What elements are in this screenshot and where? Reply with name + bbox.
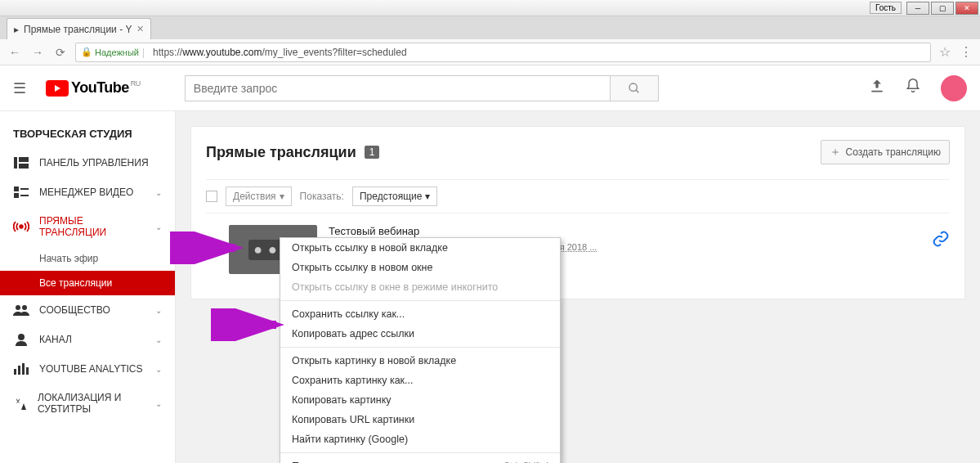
link-icon[interactable]	[932, 225, 950, 252]
sidebar-item-label: СООБЩЕСТВО	[39, 304, 110, 316]
sidebar-sub-all-streams[interactable]: Все трансляции	[0, 271, 175, 295]
list-toolbar: Действия▾ Показать: Предстоящие▾	[206, 179, 950, 214]
annotation-arrow-2	[211, 308, 284, 341]
sidebar-item-label: МЕНЕДЖЕР ВИДЕО	[39, 187, 133, 198]
chevron-down-icon: ⌄	[155, 306, 162, 315]
chevron-down-icon: ⌄	[155, 223, 162, 232]
page-title: Прямые трансляции	[206, 144, 356, 161]
sidebar-item-label: ПРЯМЫЕ ТРАНСЛЯЦИИ	[39, 215, 145, 238]
svg-point-9	[20, 225, 23, 228]
sidebar-item-analytics[interactable]: YOUTUBE ANALYTICS ⌄	[0, 354, 175, 384]
analytics-icon	[13, 362, 29, 375]
youtube-logo[interactable]: YouTube RU	[46, 79, 139, 97]
ctx-inspect[interactable]: Просмотреть код Ctrl+Shift+I	[280, 456, 560, 463]
translate-icon	[13, 397, 28, 410]
guest-label[interactable]: Гость	[870, 2, 902, 14]
sidebar-sub-start-stream[interactable]: Начать эфир	[0, 246, 175, 271]
menu-dots-icon[interactable]: ⋮	[959, 44, 973, 60]
avatar[interactable]	[941, 75, 967, 101]
ctx-copy-image-url[interactable]: Копировать URL картинки	[280, 410, 560, 429]
minimize-button[interactable]: ─	[906, 2, 929, 15]
sidebar-item-localization[interactable]: ЛОКАЛИЗАЦИЯ И СУБТИТРЫ ⌄	[0, 384, 175, 424]
chevron-down-icon: ⌄	[155, 399, 162, 408]
star-icon[interactable]: ☆	[937, 44, 952, 60]
filter-dropdown[interactable]: Предстоящие▾	[352, 187, 438, 206]
sidebar-item-label: КАНАЛ	[39, 334, 72, 345]
sidebar-title: ТВОРЧЕСКАЯ СТУДИЯ	[0, 119, 175, 148]
ctx-find-image[interactable]: Найти картинку (Google)	[280, 429, 560, 449]
video-manager-icon	[13, 186, 29, 199]
show-label: Показать:	[300, 191, 344, 202]
search-icon	[628, 82, 641, 95]
sidebar-item-channel[interactable]: КАНАЛ ⌄	[0, 325, 175, 354]
close-window-button[interactable]: ✕	[955, 2, 978, 15]
search-form	[185, 75, 659, 101]
actions-dropdown[interactable]: Действия▾	[226, 187, 292, 206]
caret-down-icon: ▾	[425, 191, 430, 202]
notifications-icon[interactable]	[905, 78, 921, 98]
sidebar-item-label: ЛОКАЛИЗАЦИЯ И СУБТИТРЫ	[38, 392, 145, 416]
chevron-down-icon: ⌄	[155, 188, 162, 197]
ctx-open-new-window[interactable]: Открыть ссылку в новом окне	[280, 258, 560, 277]
ctx-open-new-tab[interactable]: Открыть ссылку в новой вкладке	[280, 238, 560, 258]
sidebar-item-community[interactable]: СООБЩЕСТВО ⌄	[0, 295, 175, 325]
browser-tab-bar: ▸ Прямые трансляции - Y ✕	[0, 16, 980, 39]
youtube-header: ☰ YouTube RU	[0, 65, 980, 111]
svg-rect-15	[22, 363, 25, 375]
svg-line-1	[636, 90, 638, 92]
search-button[interactable]	[610, 75, 659, 101]
tab-close-icon[interactable]: ✕	[136, 24, 144, 34]
hamburger-icon[interactable]: ☰	[13, 79, 33, 97]
sidebar-item-label: ПАНЕЛЬ УПРАВЛЕНИЯ	[39, 157, 149, 169]
svg-point-12	[18, 334, 25, 340]
svg-point-0	[629, 83, 637, 91]
tab-title: Прямые трансляции - Y	[24, 24, 132, 35]
tab-favicon: ▸	[14, 24, 19, 35]
svg-point-10	[16, 305, 20, 310]
chevron-down-icon: ⌄	[155, 335, 162, 344]
search-input[interactable]	[185, 75, 610, 101]
ctx-copy-image[interactable]: Копировать картинку	[280, 390, 560, 410]
select-all-checkbox[interactable]	[206, 191, 217, 202]
chevron-down-icon: ⌄	[155, 365, 162, 374]
sidebar-item-live[interactable]: ПРЯМЫЕ ТРАНСЛЯЦИИ ⌄	[0, 207, 175, 246]
ctx-separator	[280, 300, 560, 301]
svg-rect-16	[26, 367, 29, 375]
svg-rect-8	[20, 195, 29, 196]
secure-badge: 🔒 Надежный	[81, 47, 139, 57]
channel-icon	[13, 333, 29, 346]
address-bar: ← → ⟳ 🔒 Надежный | https://www.youtube.c…	[0, 39, 980, 65]
back-button[interactable]: ←	[7, 44, 23, 61]
video-title[interactable]: Тестовый вебинар	[329, 225, 920, 237]
count-badge: 1	[365, 146, 380, 159]
svg-rect-3	[19, 157, 29, 162]
svg-rect-5	[14, 187, 19, 191]
ctx-copy-link-address[interactable]: Копировать адрес ссылки	[280, 324, 560, 344]
ctx-open-image-tab[interactable]: Открыть картинку в новой вкладке	[280, 351, 560, 371]
svg-rect-14	[18, 366, 20, 375]
browser-tab[interactable]: ▸ Прямые трансляции - Y ✕	[7, 18, 151, 39]
lock-icon: 🔒	[81, 47, 92, 57]
sidebar-item-label: YOUTUBE ANALYTICS	[39, 363, 142, 375]
sidebar: ТВОРЧЕСКАЯ СТУДИЯ ПАНЕЛЬ УПРАВЛЕНИЯ МЕНЕ…	[0, 111, 176, 463]
ctx-save-link-as[interactable]: Сохранить ссылку как...	[280, 304, 560, 324]
create-stream-button[interactable]: ＋ Создать трансляцию	[821, 140, 950, 164]
ctx-separator	[280, 347, 560, 348]
sidebar-item-dashboard[interactable]: ПАНЕЛЬ УПРАВЛЕНИЯ	[0, 148, 175, 178]
ctx-save-image-as[interactable]: Сохранить картинку как...	[280, 371, 560, 390]
upload-icon[interactable]	[869, 78, 885, 98]
svg-point-11	[22, 305, 27, 310]
plus-icon: ＋	[830, 145, 841, 160]
svg-rect-7	[14, 193, 19, 198]
forward-button[interactable]: →	[29, 44, 46, 61]
svg-rect-2	[14, 157, 17, 169]
community-icon	[13, 303, 29, 317]
svg-rect-13	[14, 369, 16, 375]
play-icon	[46, 80, 69, 97]
reload-button[interactable]: ⟳	[52, 44, 69, 61]
maximize-button[interactable]: ▢	[931, 2, 954, 15]
context-menu: Открыть ссылку в новой вкладке Открыть с…	[280, 237, 561, 463]
live-icon	[13, 220, 29, 233]
sidebar-item-video-manager[interactable]: МЕНЕДЖЕР ВИДЕО ⌄	[0, 178, 175, 207]
url-input[interactable]: 🔒 Надежный | https://www.youtube.com/my_…	[75, 43, 931, 62]
